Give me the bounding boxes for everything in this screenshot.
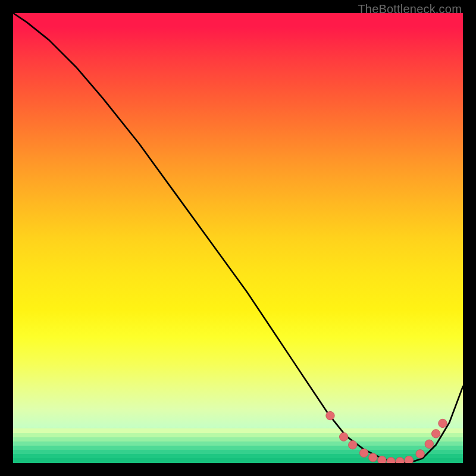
marker-dots xyxy=(326,411,447,463)
watermark-text: TheBottleneck.com xyxy=(358,2,462,16)
marker-dot xyxy=(339,433,347,441)
marker-dot xyxy=(405,456,413,463)
marker-dot xyxy=(425,440,433,448)
marker-dot xyxy=(378,456,386,463)
marker-dot xyxy=(359,449,368,457)
bottleneck-curve xyxy=(13,13,463,463)
marker-dot xyxy=(439,419,447,427)
marker-dot xyxy=(396,458,404,463)
marker-dot xyxy=(431,430,440,438)
marker-dot xyxy=(416,450,424,458)
marker-dot xyxy=(369,453,377,462)
curve-svg xyxy=(13,13,463,463)
plot-area xyxy=(13,13,463,463)
marker-dot xyxy=(326,411,334,419)
marker-dot xyxy=(387,458,395,463)
chart-frame: TheBottleneck.com xyxy=(0,0,476,476)
marker-dot xyxy=(349,441,357,449)
